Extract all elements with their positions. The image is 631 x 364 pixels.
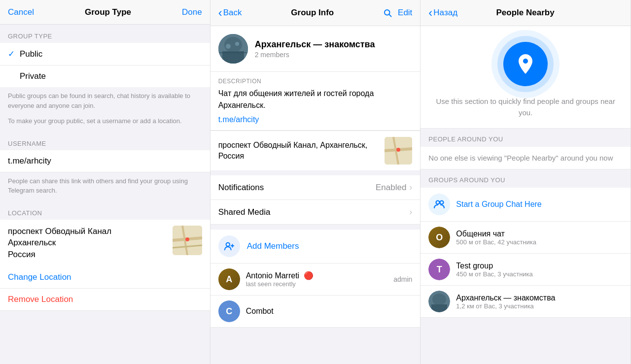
middle-content: Архангельск — знакомства 2 members DESCR… bbox=[210, 26, 421, 364]
addr-line-1: проспект Обводный Канал bbox=[8, 226, 167, 237]
private-option-row[interactable]: Private bbox=[0, 66, 210, 87]
right-content: Use this section to quickly find people … bbox=[421, 26, 631, 364]
description-text: Чат для общения жителей и гостей города … bbox=[218, 88, 413, 111]
search-button[interactable] bbox=[383, 8, 392, 17]
public-option-row[interactable]: ✓ Public bbox=[0, 43, 210, 66]
svg-point-17 bbox=[226, 243, 229, 246]
group-nearby-row-2[interactable]: Архангельск — знакомства 1,2 км от Вас, … bbox=[421, 286, 631, 318]
location-section-header: LOCATION bbox=[0, 201, 210, 220]
start-group-row[interactable]: Start a Group Chat Here bbox=[421, 188, 631, 222]
left-content: GROUP TYPE ✓ Public Private Public group… bbox=[0, 25, 210, 364]
svg-point-10 bbox=[226, 44, 231, 49]
group-nearby-row-1[interactable]: T Test group 450 м от Вас, 3 участника bbox=[421, 254, 631, 286]
member-row-1: C Combot bbox=[210, 296, 421, 328]
back-button-middle[interactable]: Back bbox=[218, 7, 242, 19]
member-row-0: A Antonio Marreti 🔴 last seen recently a… bbox=[210, 264, 421, 296]
addr-line-3: Россия bbox=[8, 249, 167, 261]
username-value[interactable]: t.me/arhcity bbox=[0, 150, 210, 172]
map-thumb-mid bbox=[385, 137, 412, 165]
public-hint-1: Public groups can be found in search, ch… bbox=[0, 87, 210, 116]
member-name-0: Antonio Marreti 🔴 bbox=[246, 271, 388, 280]
left-nav-bar: Cancel Group Type Done bbox=[0, 0, 210, 25]
member-info-0: Antonio Marreti 🔴 last seen recently bbox=[246, 271, 388, 288]
cancel-button[interactable]: Cancel bbox=[8, 7, 34, 17]
svg-point-20 bbox=[436, 201, 440, 204]
group-header: Архангельск — знакомства 2 members bbox=[210, 26, 421, 72]
public-hint-2: To make your group public, set a usernam… bbox=[0, 116, 210, 132]
group-avatar bbox=[218, 34, 248, 64]
people-around-header: PEOPLE AROUND YOU bbox=[421, 129, 631, 147]
username-section-header: USERNAME bbox=[0, 132, 210, 150]
addr-line-2: Архангельск bbox=[8, 237, 167, 249]
right-panel-title: People Nearby bbox=[457, 8, 593, 18]
change-location-button[interactable]: Change Location bbox=[0, 266, 210, 289]
add-members-row[interactable]: Add Members bbox=[210, 230, 421, 264]
middle-nav-icons: Edit bbox=[383, 8, 412, 18]
group-type-section-header: GROUP TYPE bbox=[0, 25, 210, 43]
notifications-arrow: › bbox=[409, 182, 412, 193]
notifications-value: Enabled bbox=[376, 183, 406, 193]
remove-location-button[interactable]: Remove Location bbox=[0, 289, 210, 311]
shared-media-row[interactable]: Shared Media › bbox=[210, 200, 421, 225]
member-status-0: last seen recently bbox=[246, 280, 388, 288]
done-button[interactable]: Done bbox=[182, 7, 202, 17]
right-nav-bar: Назад People Nearby bbox=[421, 0, 631, 26]
group-nearby-name-2: Архангельск — знакомства bbox=[456, 294, 623, 302]
separator-1 bbox=[210, 170, 421, 175]
member-info-1: Combot bbox=[246, 307, 413, 316]
edit-button[interactable]: Edit bbox=[398, 8, 412, 18]
svg-rect-9 bbox=[222, 51, 244, 64]
username-card: t.me/arhcity bbox=[0, 150, 210, 172]
add-members-label: Add Members bbox=[247, 241, 299, 251]
description-link[interactable]: t.me/arhcity bbox=[218, 115, 413, 124]
location-row: проспект Обводный Канал Архангельск Росс… bbox=[0, 220, 210, 266]
left-panel-title: Group Type bbox=[34, 7, 182, 17]
description-section: DESCRIPTION Чат для общения жителей и го… bbox=[210, 72, 421, 131]
svg-line-6 bbox=[389, 14, 391, 16]
location-address: проспект Обводный Канал Архангельск Росс… bbox=[8, 226, 167, 261]
group-nearby-avatar-0: О bbox=[428, 227, 450, 248]
group-nearby-info-2: Архангельск — знакомства 1,2 км от Вас, … bbox=[456, 294, 623, 310]
public-label: Public bbox=[20, 49, 202, 59]
member-avatar-0: A bbox=[218, 268, 240, 290]
left-panel: Cancel Group Type Done GROUP TYPE ✓ Publ… bbox=[0, 0, 210, 364]
group-nearby-info-0: Общения чат 500 м от Вас, 42 участника bbox=[456, 230, 623, 246]
group-nearby-row-0[interactable]: О Общения чат 500 м от Вас, 42 участника bbox=[421, 222, 631, 254]
group-nearby-name-0: Общения чат bbox=[456, 230, 623, 238]
middle-nav-bar: Back Group Info Edit bbox=[210, 0, 421, 26]
shared-media-arrow: › bbox=[409, 207, 412, 217]
description-label: DESCRIPTION bbox=[218, 78, 413, 85]
middle-panel-title: Group Info bbox=[242, 8, 383, 18]
svg-point-11 bbox=[235, 42, 239, 46]
group-nearby-sub-1: 450 м от Вас, 3 участника bbox=[456, 270, 623, 278]
group-members: 2 members bbox=[255, 51, 375, 59]
start-group-icon bbox=[428, 194, 450, 215]
svg-point-21 bbox=[440, 201, 444, 204]
location-icon-circle bbox=[503, 42, 548, 86]
location-card: проспект Обводный Канал Архангельск Росс… bbox=[0, 220, 210, 266]
separator-2 bbox=[210, 225, 421, 230]
start-group-label: Start a Group Chat Here bbox=[456, 200, 541, 209]
add-member-icon bbox=[218, 235, 240, 257]
svg-point-23 bbox=[432, 294, 446, 305]
shared-media-label: Shared Media bbox=[218, 207, 410, 217]
notifications-row[interactable]: Notifications Enabled › bbox=[210, 175, 421, 200]
svg-point-4 bbox=[185, 237, 189, 241]
right-panel: Назад People Nearby Use this section to … bbox=[421, 0, 631, 364]
location-map-thumb bbox=[173, 226, 202, 255]
location-text-mid: проспект Обводный Канал, Архангельск, Ро… bbox=[218, 140, 379, 162]
group-nearby-sub-2: 1,2 км от Вас, 3 участника bbox=[456, 302, 623, 310]
nearby-desc: Use this section to quickly find people … bbox=[430, 96, 621, 118]
member-role-0: admin bbox=[393, 275, 412, 283]
svg-rect-24 bbox=[431, 304, 447, 312]
member-avatar-1: C bbox=[218, 300, 240, 322]
svg-point-16 bbox=[396, 148, 400, 152]
member-flag-0: 🔴 bbox=[304, 271, 314, 280]
group-nearby-info-1: Test group 450 м от Вас, 3 участника bbox=[456, 262, 623, 278]
check-icon: ✓ bbox=[8, 49, 15, 59]
nearby-hero: Use this section to quickly find people … bbox=[421, 26, 631, 129]
notifications-label: Notifications bbox=[218, 183, 376, 193]
back-button-right[interactable]: Назад bbox=[428, 7, 457, 19]
location-row-mid: проспект Обводный Канал, Архангельск, Ро… bbox=[210, 131, 421, 170]
group-nearby-avatar-1: T bbox=[428, 259, 450, 280]
